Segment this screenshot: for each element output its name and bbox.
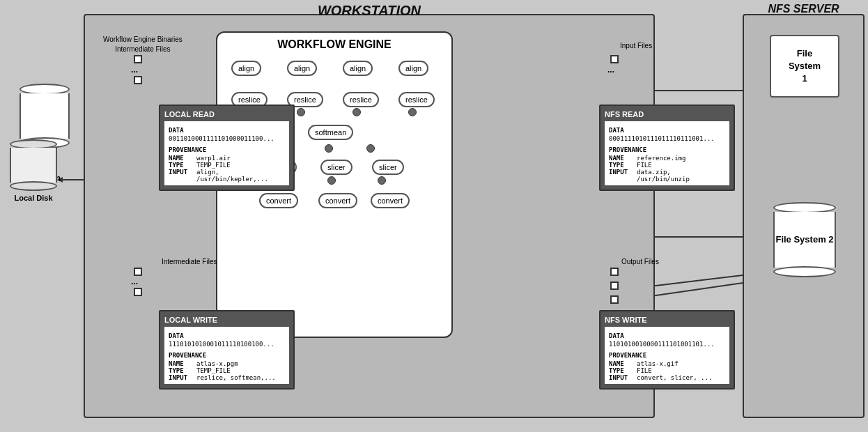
local-read-prov-input: INPUT align, /usr/bin/kepler,... — [169, 169, 285, 183]
main-container: WORKSTATION NFS SERVER PASSFileSystem Lo… — [0, 0, 868, 432]
circle-2 — [297, 108, 305, 116]
circle-sl-3 — [378, 176, 386, 185]
circle-sm-2 — [325, 144, 333, 153]
slicer-node-3: slicer — [372, 160, 404, 175]
circle-3 — [352, 108, 361, 116]
file-system-1: FileSystem1 — [770, 35, 839, 98]
nfs-read-prov-name: NAME reference.img — [609, 155, 725, 162]
sq-connector-top-left — [134, 55, 142, 63]
local-write-data-value: 1110101010001011110100100... — [169, 341, 285, 348]
fs2-label: File System 2 — [775, 233, 833, 246]
local-read-inner: DATA 0011010001111101000011100... PROVEN… — [164, 121, 289, 185]
slicer-node-2: slicer — [320, 160, 352, 175]
nfs-write-prov-input: INPUT convert, slicer, ... — [609, 374, 725, 381]
dots-top-left: ... — [131, 65, 138, 75]
input-files-label: Input Files — [620, 42, 652, 49]
nfs-write-inner: DATA 1101010010000111101001101... PROVEN… — [605, 327, 729, 384]
circle-sl-2 — [327, 176, 336, 185]
nfs-read-data-value: 0001111010111011110111001... — [609, 135, 725, 142]
workflow-engine-title: WORKFLOW ENGINE — [277, 38, 392, 51]
convert-node-1: convert — [259, 193, 298, 208]
align-node-2: align — [287, 61, 317, 76]
nfs-write-prov-name: NAME atlas-x.gif — [609, 360, 725, 367]
local-disk-label: Local Disk — [8, 194, 59, 202]
reslice-node-4: reslice — [398, 92, 435, 107]
convert-node-2: convert — [318, 193, 357, 208]
sq-connector-out-3 — [610, 295, 619, 304]
local-write-title: LOCAL WRITE — [164, 316, 289, 324]
fs1-label: FileSystem1 — [789, 47, 821, 86]
softmean-node: softmean — [308, 125, 353, 140]
sq-connector-int-1 — [134, 268, 142, 276]
local-write-prov-input: INPUT reslice, softmean,... — [169, 374, 285, 381]
reslice-node-3: reslice — [343, 92, 379, 107]
dots-int: ... — [131, 277, 138, 286]
file-system-2: File System 2 — [766, 202, 843, 277]
nfs-write-title: NFS WRITE — [605, 316, 729, 324]
workflow-engine-binaries-label: Workflow Engine Binaries Intermediate Fi… — [103, 35, 183, 54]
nfs-read-prov-input: INPUT data.zip, /usr/bin/unzip — [609, 169, 725, 183]
workstation-title: WORKSTATION — [318, 3, 421, 19]
sq-connector-top-left2 — [134, 76, 142, 84]
local-write-inner: DATA 1110101010001011110100100... PROVEN… — [164, 327, 289, 384]
circle-sm-3 — [366, 144, 375, 153]
local-disk: Local Disk — [8, 139, 59, 202]
align-node-1: align — [231, 61, 261, 76]
circle-4 — [408, 108, 417, 116]
align-node-4: align — [398, 61, 428, 76]
intermediate-files-label: Intermediate Files — [162, 258, 217, 265]
local-read-title: LOCAL READ — [164, 110, 289, 118]
convert-node-3: convert — [371, 193, 410, 208]
nfs-server-title: NFS SERVER — [768, 3, 839, 15]
dots-top-right: ... — [607, 65, 614, 75]
nfs-read-inner: DATA 0001111010111011110111001... PROVEN… — [605, 121, 729, 185]
sq-connector-out-1 — [610, 268, 619, 276]
local-write-panel: LOCAL WRITE DATA 11101010100010111101001… — [159, 310, 295, 389]
local-read-panel: LOCAL READ DATA 001101000111110100001110… — [159, 105, 295, 191]
nfs-read-prov-type: TYPE FILE — [609, 162, 725, 169]
sq-connector-int-2 — [134, 288, 142, 296]
nfs-read-title: NFS READ — [605, 110, 729, 118]
nfs-write-data-value: 1101010010000111101001101... — [609, 341, 725, 348]
align-node-3: align — [343, 61, 373, 76]
local-read-data-value: 0011010001111101000011100... — [169, 135, 285, 142]
sq-connector-out-2 — [610, 281, 619, 290]
local-read-prov-type: TYPE TEMP_FILE — [169, 162, 285, 169]
sq-connector-top-right — [610, 55, 619, 63]
local-write-prov-name: NAME atlas-x.pgm — [169, 360, 285, 367]
local-read-prov-name: NAME warp1.air — [169, 155, 285, 162]
local-write-prov-type: TYPE TEMP_FILE — [169, 367, 285, 374]
output-files-label: Output Files — [621, 258, 659, 265]
nfs-write-panel: NFS WRITE DATA 1101010010000111101001101… — [599, 310, 735, 389]
nfs-read-panel: NFS READ DATA 0001111010111011110111001.… — [599, 105, 735, 191]
nfs-write-prov-type: TYPE FILE — [609, 367, 725, 374]
